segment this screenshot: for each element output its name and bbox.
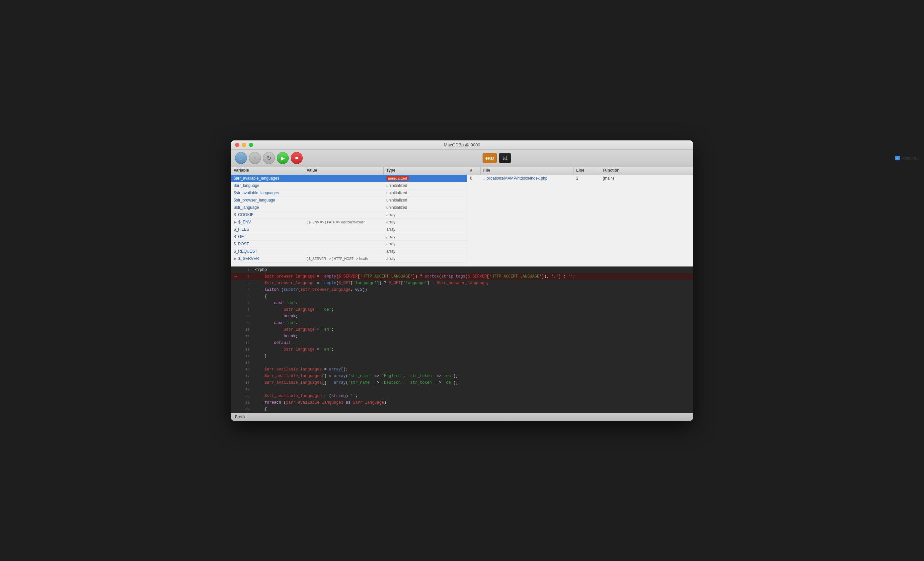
- var-row-env[interactable]: ▶ $_ENV ( $_ENV => ( PATH => /usr/bin:/b…: [231, 219, 467, 226]
- line-col-header: Line: [573, 167, 600, 175]
- code-line-8: 8 break;: [231, 313, 693, 320]
- file-col-header: File: [481, 167, 573, 175]
- line-code-10: $str_language = 'en';: [252, 327, 693, 332]
- main-window: MacGDBp @ 9000 ↓ ↑ ↻ ▶ ■ eval $i ✓ Attac…: [231, 140, 693, 421]
- code-line-20: 20 $str_available_languages = (string) '…: [231, 393, 693, 399]
- line-code-15: [252, 363, 693, 363]
- code-line-13: 13 $str_language = 'en';: [231, 346, 693, 353]
- var-name-cell: ▶ $_SERVER: [231, 256, 304, 262]
- var-name-cell: $_GET: [231, 234, 304, 240]
- var-row-str-available-languages[interactable]: $str_available_languages uninitialized: [231, 189, 467, 197]
- code-line-23: 23 if ($arr_language['str_token'] !== $s…: [231, 412, 693, 413]
- step-up-button[interactable]: ↑: [249, 152, 261, 164]
- code-line-5: 5 {: [231, 293, 693, 300]
- var-value-cell: [304, 200, 384, 201]
- line-num-15: 15: [240, 361, 252, 365]
- var-value-cell: [304, 214, 384, 215]
- stop-button[interactable]: ■: [291, 152, 303, 164]
- toolbar: ↓ ↑ ↻ ▶ ■ eval $i ✓ Attached: [231, 150, 693, 167]
- var-row-arr-language[interactable]: $arr_language uninitialized: [231, 182, 467, 189]
- line-num-7: 7: [240, 308, 252, 312]
- line-code-12: default:: [252, 340, 693, 346]
- var-row-str-language[interactable]: $str_language uninitialized: [231, 204, 467, 212]
- code-line-17: 17 $arr_available_languages[] = array('s…: [231, 373, 693, 380]
- var-type-cell: array: [384, 241, 467, 247]
- line-num-9: 9: [240, 321, 252, 325]
- code-body[interactable]: 1 <?php ⇒ 2 $str_browser_language = !emp…: [231, 267, 693, 413]
- code-line-16: 16 $arr_available_languages = array();: [231, 366, 693, 373]
- var-row-files[interactable]: $_FILES array: [231, 226, 467, 233]
- stack-function-cell: {main}: [600, 175, 693, 181]
- minimize-button[interactable]: [242, 143, 246, 147]
- variables-header: Variable Value Type: [231, 167, 467, 175]
- code-line-12: 12 default:: [231, 340, 693, 346]
- var-type-cell: array: [384, 256, 467, 262]
- var-name-cell: $_REQUEST: [231, 248, 304, 254]
- maximize-button[interactable]: [249, 143, 253, 147]
- code-line-1: 1 <?php: [231, 267, 693, 273]
- line-code-2: $str_browser_language = !empty($_SERVER[…: [252, 274, 693, 279]
- line-code-16: $arr_available_languages = array();: [252, 367, 693, 372]
- var-row-post[interactable]: $_POST array: [231, 241, 467, 248]
- line-code-20: $str_available_languages = (string) '';: [252, 393, 693, 399]
- stack-row-0[interactable]: 0 ...plications/MAMP/htdocs/index.php 2 …: [467, 175, 693, 182]
- var-type-cell: array: [384, 212, 467, 218]
- code-line-7: 7 $str_language = 'de';: [231, 306, 693, 313]
- reload-button[interactable]: ↻: [263, 152, 275, 164]
- line-code-9: case 'en':: [252, 320, 693, 326]
- code-line-3: 3 $str_browser_language = !empty($_GET['…: [231, 280, 693, 286]
- line-num-12: 12: [240, 341, 252, 345]
- var-name-cell: $arr_available_languages: [231, 175, 304, 181]
- main-panels: Variable Value Type $arr_available_langu…: [231, 167, 693, 413]
- line-num-16: 16: [240, 368, 252, 372]
- code-line-18: 18 $arr_available_languages[] = array('s…: [231, 380, 693, 386]
- code-line-19: 19: [231, 386, 693, 393]
- var-value-cell: [304, 192, 384, 194]
- step-down-button[interactable]: ↓: [235, 152, 247, 164]
- code-line-9: 9 case 'en':: [231, 320, 693, 326]
- var-type-cell: array: [384, 234, 467, 240]
- var-type-cell: uninitialized: [384, 175, 467, 181]
- code-line-21: 21 foreach ($arr_available_languages as …: [231, 399, 693, 406]
- line-num-3: 3: [240, 281, 252, 285]
- var-row-request[interactable]: $_REQUEST array: [231, 248, 467, 255]
- code-line-4: 4 switch (substr($str_browser_language, …: [231, 286, 693, 293]
- line-num-2: 2: [240, 274, 252, 279]
- status-text: Break: [235, 415, 245, 419]
- line-code-7: $str_language = 'de';: [252, 307, 693, 312]
- line-num-19: 19: [240, 387, 252, 392]
- code-line-2: ⇒ 2 $str_browser_language = !empty($_SER…: [231, 273, 693, 280]
- var-value-cell: [304, 229, 384, 230]
- type-col-header: Type: [384, 167, 467, 175]
- line-num-17: 17: [240, 374, 252, 378]
- variables-body[interactable]: $arr_available_languages uninitialized $…: [231, 175, 467, 266]
- eval-button[interactable]: eval: [483, 153, 497, 164]
- var-row-get[interactable]: $_GET array: [231, 233, 467, 241]
- stack-header: # File Line Function: [467, 167, 693, 175]
- line-num-1: 1: [240, 268, 252, 272]
- var-value-cell: [304, 207, 384, 208]
- var-row-str-browser-language[interactable]: $str_browser_language uninitialized: [231, 197, 467, 204]
- var-row-arr-available-languages[interactable]: $arr_available_languages uninitialized: [231, 175, 467, 182]
- var-value-cell: [304, 250, 384, 252]
- var-name-cell: $_COOKIE: [231, 212, 304, 218]
- var-type-cell: array: [384, 219, 467, 225]
- titlebar: MacGDBp @ 9000: [231, 140, 693, 150]
- dollar-button[interactable]: $i: [499, 153, 512, 164]
- var-name-cell: $arr_language: [231, 183, 304, 189]
- code-line-15: 15: [231, 360, 693, 366]
- var-row-cookie[interactable]: $_COOKIE array: [231, 212, 467, 219]
- stack-file-cell: ...plications/MAMP/htdocs/index.php: [481, 175, 573, 181]
- var-row-server[interactable]: ▶ $_SERVER ( $_SERVER => ( HTTP_HOST => …: [231, 255, 467, 262]
- var-name-cell: $_POST: [231, 241, 304, 247]
- stack-body[interactable]: 0 ...plications/MAMP/htdocs/index.php 2 …: [467, 175, 693, 266]
- var-type-cell: uninitialized: [384, 197, 467, 203]
- top-panels: Variable Value Type $arr_available_langu…: [231, 167, 693, 267]
- play-button[interactable]: ▶: [277, 152, 289, 164]
- line-arrow-2: ⇒: [231, 273, 240, 279]
- close-button[interactable]: [235, 143, 239, 147]
- var-name-cell: $_FILES: [231, 226, 304, 232]
- code-panel: 1 <?php ⇒ 2 $str_browser_language = !emp…: [231, 267, 693, 413]
- var-name-cell: $str_language: [231, 204, 304, 210]
- variable-col-header: Variable: [231, 167, 304, 175]
